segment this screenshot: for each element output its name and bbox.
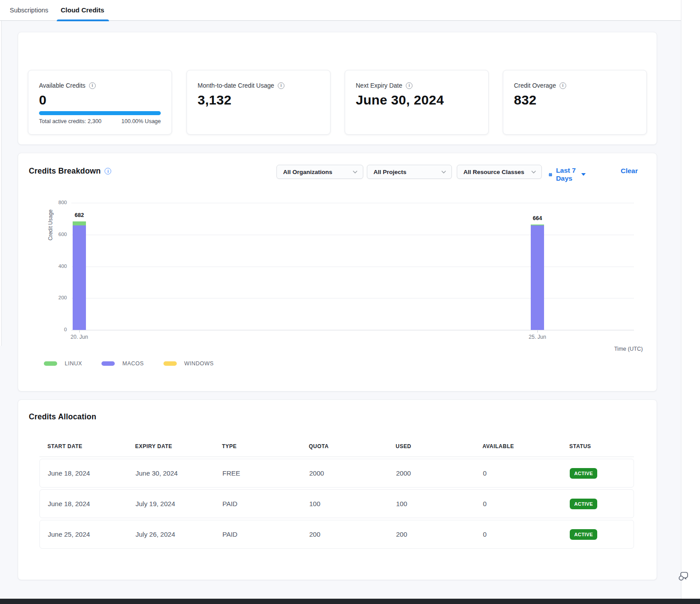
left-divider-line bbox=[1, 21, 2, 346]
cell-start_date: June 18, 2024 bbox=[40, 469, 128, 477]
info-icon[interactable]: i bbox=[278, 82, 284, 89]
gridline-200 bbox=[71, 298, 634, 298]
column-header-available: AVAILABLE bbox=[474, 443, 561, 449]
gridline-0 bbox=[71, 330, 634, 330]
cell-quota: 100 bbox=[301, 500, 388, 507]
clear-filters-button[interactable]: Clear bbox=[621, 167, 638, 175]
cell-expiry_date: July 19, 2024 bbox=[128, 500, 214, 507]
cell-start_date: June 25, 2024 bbox=[40, 530, 128, 538]
chart-legend: LINUXMACOSWINDOWS bbox=[44, 360, 233, 367]
legend-label: MACOS bbox=[122, 360, 144, 367]
organizations-filter[interactable]: All Organizations bbox=[276, 165, 363, 179]
bar-25. Jun bbox=[531, 225, 544, 330]
x-axis-title: Time (UTC) bbox=[614, 346, 643, 352]
info-icon[interactable]: i bbox=[89, 82, 96, 89]
x-axis-label: 25. Jun bbox=[520, 334, 555, 340]
credits-chart: 0200400600800Credit Usage68220. Jun66425… bbox=[18, 195, 657, 360]
y-axis-tick: 0 bbox=[18, 327, 67, 332]
chevron-down-icon bbox=[353, 170, 358, 174]
credit-overage-label: Credit Overage bbox=[514, 82, 556, 89]
legend-label: WINDOWS bbox=[184, 360, 214, 367]
allocation-table: START DATEEXPIRY DATETYPEQUOTAUSEDAVAILA… bbox=[39, 443, 634, 549]
cell-status: ACTIVE bbox=[562, 499, 634, 509]
chevron-down-icon bbox=[441, 170, 446, 174]
gridline-800 bbox=[71, 203, 634, 203]
usage-percent: 100.00% Usage bbox=[121, 118, 161, 124]
allocation-table-header: START DATEEXPIRY DATETYPEQUOTAUSEDAVAILA… bbox=[39, 443, 634, 457]
next-expiry-value: June 30, 2024 bbox=[356, 93, 444, 108]
tab-bar: Subscriptions Cloud Credits bbox=[0, 0, 681, 21]
cell-expiry_date: June 30, 2024 bbox=[128, 469, 214, 477]
right-gutter bbox=[681, 0, 700, 599]
date-range-picker[interactable]: Last 7 Days bbox=[548, 166, 586, 182]
credits-breakdown-panel: Credits Breakdown i All Organizations Al… bbox=[18, 153, 657, 391]
bar-segment-macos bbox=[531, 225, 544, 330]
bar-segment-linux bbox=[73, 221, 86, 225]
table-row: June 18, 2024July 19, 2024PAID1001000ACT… bbox=[39, 489, 634, 518]
tab-cloud-credits[interactable]: Cloud Credits bbox=[61, 0, 104, 20]
y-axis-title: Credit Usage bbox=[47, 205, 54, 245]
cell-type: PAID bbox=[214, 500, 301, 507]
gridline-400 bbox=[71, 267, 634, 267]
credits-progress-bar bbox=[39, 111, 161, 115]
credit-overage-value: 832 bbox=[514, 93, 537, 108]
credits-usage-panel: Credits & Usage Available Credits i 0 To… bbox=[18, 32, 657, 145]
cell-status: ACTIVE bbox=[562, 468, 634, 479]
status-badge: ACTIVE bbox=[570, 529, 597, 540]
support-chat-button[interactable] bbox=[677, 569, 692, 585]
bar-total-label: 664 bbox=[524, 215, 551, 221]
resource-classes-filter[interactable]: All Resource Classes bbox=[457, 165, 542, 179]
bar-total-label: 682 bbox=[66, 212, 93, 218]
mtd-usage-value: 3,132 bbox=[198, 93, 232, 108]
x-axis-label: 20. Jun bbox=[62, 334, 97, 340]
next-expiry-label: Next Expiry Date bbox=[356, 82, 402, 89]
tab-subscriptions[interactable]: Subscriptions bbox=[10, 0, 48, 20]
cell-quota: 2000 bbox=[301, 469, 388, 477]
cell-used: 200 bbox=[388, 530, 475, 538]
cell-expiry_date: July 26, 2024 bbox=[128, 530, 214, 538]
calendar-icon bbox=[548, 171, 552, 178]
cell-start_date: June 18, 2024 bbox=[40, 500, 128, 507]
info-icon[interactable]: i bbox=[406, 82, 412, 89]
cell-status: ACTIVE bbox=[562, 529, 634, 540]
legend-swatch-linux bbox=[44, 361, 57, 366]
column-header-start-date: START DATE bbox=[39, 443, 127, 449]
projects-filter[interactable]: All Projects bbox=[367, 165, 452, 179]
available-credits-value: 0 bbox=[39, 93, 47, 108]
cell-used: 2000 bbox=[388, 469, 475, 477]
credits-allocation-panel: Credits Allocation START DATEEXPIRY DATE… bbox=[18, 399, 657, 580]
active-tab-underline bbox=[57, 19, 109, 21]
total-active-credits: Total active credits: 2,300 bbox=[39, 118, 101, 124]
info-icon[interactable]: i bbox=[560, 82, 566, 89]
legend-item-windows[interactable]: WINDOWS bbox=[163, 360, 214, 367]
column-header-used: USED bbox=[388, 443, 474, 449]
legend-swatch-macos bbox=[101, 361, 115, 366]
next-expiry-card: Next Expiry Date i June 30, 2024 bbox=[345, 70, 489, 135]
legend-item-linux[interactable]: LINUX bbox=[44, 360, 82, 367]
cell-used: 100 bbox=[388, 500, 475, 507]
column-header-quota: QUOTA bbox=[301, 443, 388, 449]
y-axis-tick: 600 bbox=[18, 232, 67, 237]
info-icon[interactable]: i bbox=[105, 168, 111, 174]
caret-down-icon bbox=[581, 173, 586, 176]
bar-segment-macos bbox=[73, 225, 86, 330]
credits-breakdown-title: Credits Breakdown bbox=[29, 166, 101, 176]
date-range-label: Last 7 Days bbox=[556, 166, 576, 182]
legend-label: LINUX bbox=[65, 360, 82, 367]
bottom-edge-bar bbox=[0, 599, 700, 604]
table-row: June 18, 2024June 30, 2024FREE200020000A… bbox=[39, 459, 634, 488]
mtd-usage-card: Month-to-date Credit Usage i 3,132 bbox=[187, 70, 331, 135]
gridline-600 bbox=[71, 235, 634, 235]
column-header-status: STATUS bbox=[561, 443, 634, 449]
y-axis-tick: 400 bbox=[18, 263, 67, 269]
y-axis-tick: 800 bbox=[18, 200, 67, 205]
mtd-usage-label: Month-to-date Credit Usage bbox=[198, 82, 274, 89]
allocation-table-body: June 18, 2024June 30, 2024FREE200020000A… bbox=[39, 459, 634, 549]
column-header-type: TYPE bbox=[214, 443, 301, 449]
cell-available: 0 bbox=[475, 530, 562, 538]
chevron-down-icon bbox=[531, 170, 536, 174]
cell-available: 0 bbox=[475, 500, 562, 507]
available-credits-card: Available Credits i 0 Total active credi… bbox=[28, 70, 172, 135]
table-row: June 25, 2024July 26, 2024PAID2002000ACT… bbox=[39, 520, 634, 549]
legend-item-macos[interactable]: MACOS bbox=[101, 360, 144, 367]
